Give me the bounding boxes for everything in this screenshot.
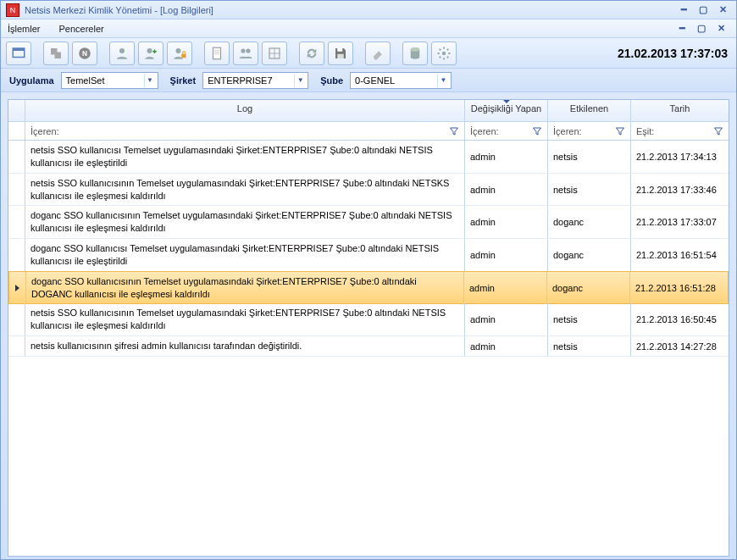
cell-date: 21.2.2013 14:27:28 xyxy=(631,336,729,356)
toolbar-document-button[interactable] xyxy=(204,42,230,65)
svg-rect-9 xyxy=(181,53,186,58)
row-indicator xyxy=(8,141,25,173)
grid-filter-affected[interactable]: İçeren: xyxy=(548,122,631,140)
row-indicator xyxy=(8,206,25,238)
menu-pencereler[interactable]: Pencereler xyxy=(59,24,104,34)
grid-filter-changed-by[interactable]: İçeren: xyxy=(465,122,548,140)
cell-log: doganc SSO kullanıcısı Temelset uygulama… xyxy=(25,239,465,271)
cell-affected: doganc xyxy=(548,239,631,271)
cell-log: doganc SSO kullanıcısının Temelset uygul… xyxy=(26,272,464,304)
app-icon: N xyxy=(6,3,19,17)
table-row[interactable]: doganc SSO kullanıcısının Temelset uygul… xyxy=(8,206,729,239)
cell-affected: netsis xyxy=(548,336,631,356)
mdi-close-button[interactable]: ✕ xyxy=(712,23,729,35)
toolbar-eraser-button[interactable] xyxy=(365,42,391,65)
filter-icon[interactable] xyxy=(449,126,459,136)
cell-changed-by: admin xyxy=(465,141,548,173)
filter-icon[interactable] xyxy=(532,126,542,136)
cell-affected: netsis xyxy=(548,303,631,335)
cell-date: 21.2.2013 16:50:45 xyxy=(631,303,729,335)
log-grid: Log Değişikliği Yapan Etkilenen Tarih İç… xyxy=(8,99,729,557)
svg-point-14 xyxy=(241,48,245,53)
sube-value: 0-GENEL xyxy=(355,75,437,86)
mdi-restore-button[interactable]: ▢ xyxy=(693,23,710,35)
chevron-down-icon: ▼ xyxy=(144,74,156,87)
grid-filter-date[interactable]: Eşit: xyxy=(631,122,729,140)
cell-affected: doganc xyxy=(547,272,630,304)
table-row[interactable]: doganc SSO kullanıcısı Temelset uygulama… xyxy=(8,239,729,272)
toolbar-user-button[interactable] xyxy=(109,42,135,65)
toolbar-user-lock-button[interactable] xyxy=(167,42,192,65)
grid-header-indicator xyxy=(8,100,25,121)
window-title: Netsis Merkezi Kimlik Yönetimi - [Log Bi… xyxy=(25,5,213,15)
svg-text:N: N xyxy=(82,50,87,58)
filter-bar: Uygulama TemelSet ▼ Şirket ENTERPRISE7 ▼… xyxy=(1,69,736,92)
menu-bar: İşlemler Pencereler ━ ▢ ✕ xyxy=(1,19,736,38)
cell-date: 21.2.2013 16:51:54 xyxy=(631,239,729,271)
cell-changed-by: admin xyxy=(465,336,548,356)
svg-point-8 xyxy=(176,48,181,53)
uygulama-combo[interactable]: TemelSet ▼ xyxy=(61,72,158,89)
svg-rect-1 xyxy=(13,48,25,51)
toolbar-grid-button[interactable] xyxy=(262,42,287,65)
svg-point-7 xyxy=(147,48,152,53)
grid-body[interactable]: netsis SSO kullanıcısı Temelset uygulama… xyxy=(8,141,729,556)
cell-changed-by: admin xyxy=(465,174,548,206)
sube-label: Şube xyxy=(320,75,343,86)
row-indicator xyxy=(8,239,25,271)
toolbar-window-button[interactable] xyxy=(6,42,31,65)
close-button[interactable]: ✕ xyxy=(714,4,731,16)
cell-changed-by: admin xyxy=(464,272,547,304)
minimize-button[interactable]: ━ xyxy=(675,4,692,16)
cell-changed-by: admin xyxy=(465,303,548,335)
filter-icon[interactable] xyxy=(615,126,625,136)
chevron-down-icon: ▼ xyxy=(294,74,306,87)
cell-date: 21.2.2013 17:34:13 xyxy=(631,141,729,173)
row-indicator xyxy=(9,272,26,304)
table-row[interactable]: netsis SSO kullanıcısının Temelset uygul… xyxy=(8,303,729,336)
toolbar-add-user-button[interactable] xyxy=(138,42,163,65)
grid-header-date[interactable]: Tarih xyxy=(631,100,729,121)
uygulama-label: Uygulama xyxy=(9,75,54,86)
svg-point-22 xyxy=(411,47,420,52)
sirket-label: Şirket xyxy=(170,75,197,86)
maximize-button[interactable]: ▢ xyxy=(695,4,712,16)
table-row[interactable]: netsis kullanıcısının şifresi admin kull… xyxy=(8,336,729,357)
svg-rect-19 xyxy=(337,48,342,52)
cell-changed-by: admin xyxy=(465,206,548,238)
uygulama-value: TemelSet xyxy=(66,75,144,86)
table-row[interactable]: netsis SSO kullanıcısının Temelset uygul… xyxy=(8,174,729,207)
svg-point-23 xyxy=(442,51,446,55)
sirket-combo[interactable]: ENTERPRISE7 ▼ xyxy=(202,72,308,89)
chevron-down-icon: ▼ xyxy=(437,74,449,87)
mdi-minimize-button[interactable]: ━ xyxy=(673,23,690,35)
table-row[interactable]: doganc SSO kullanıcısının Temelset uygul… xyxy=(8,271,729,305)
svg-point-15 xyxy=(246,48,250,53)
menu-islemler[interactable]: İşlemler xyxy=(8,24,41,34)
toolbar-save-button[interactable] xyxy=(328,42,353,65)
cell-log: netsis SSO kullanıcısının Temelset uygul… xyxy=(25,303,465,335)
toolbar-n-button[interactable]: N xyxy=(72,42,97,65)
table-row[interactable]: netsis SSO kullanıcısı Temelset uygulama… xyxy=(8,141,729,174)
grid-header: Log Değişikliği Yapan Etkilenen Tarih xyxy=(8,100,729,122)
cell-affected: doganc xyxy=(548,206,631,238)
toolbar-users-button[interactable] xyxy=(233,42,258,65)
toolbar-role-button[interactable] xyxy=(43,42,69,65)
cell-log: doganc SSO kullanıcısının Temelset uygul… xyxy=(25,206,465,238)
filter-icon[interactable] xyxy=(713,126,723,136)
svg-rect-3 xyxy=(55,52,62,58)
row-indicator xyxy=(8,174,25,206)
toolbar-settings-button[interactable] xyxy=(431,42,457,65)
sube-combo[interactable]: 0-GENEL ▼ xyxy=(350,72,452,89)
toolbar: N 21.02.2013 17:37:03 xyxy=(1,38,736,69)
svg-point-6 xyxy=(119,48,125,53)
grid-header-affected[interactable]: Etkilenen xyxy=(548,100,631,121)
toolbar-refresh-button[interactable] xyxy=(299,42,324,65)
toolbar-database-button[interactable] xyxy=(402,42,428,65)
grid-header-changed-by[interactable]: Değişikliği Yapan xyxy=(465,100,548,121)
cell-log: netsis SSO kullanıcısı Temelset uygulama… xyxy=(25,141,465,173)
grid-filter-log[interactable]: İçeren: xyxy=(25,122,465,140)
grid-header-log[interactable]: Log xyxy=(25,100,465,121)
cell-log: netsis SSO kullanıcısının Temelset uygul… xyxy=(25,174,465,206)
sirket-value: ENTERPRISE7 xyxy=(208,75,294,86)
